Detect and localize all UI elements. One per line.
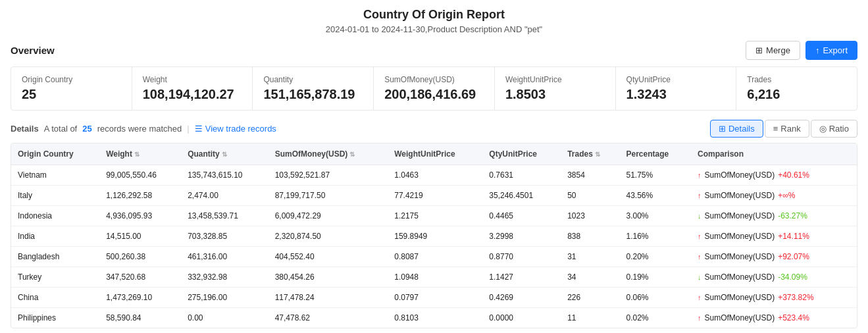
- cell-weight_unit_price: 0.0797: [388, 288, 482, 308]
- col-percentage: Percentage: [619, 143, 691, 165]
- col-quantity[interactable]: Quantity⇅: [181, 143, 268, 165]
- cell-qty_unit_price: 3.2998: [482, 226, 561, 247]
- cell-qty_unit_price: 0.4465: [482, 206, 561, 226]
- col-trades[interactable]: Trades⇅: [561, 143, 619, 165]
- rank-tab-label: Rank: [780, 124, 800, 134]
- cell-sum_of_money: 117,478.24: [268, 288, 388, 308]
- comparison-change: -63.27%: [778, 211, 807, 220]
- cell-qty_unit_price: 0.4269: [482, 288, 561, 308]
- report-header: Country Of Origin Report 2024-01-01 to 2…: [11, 8, 857, 34]
- cell-percentage: 0.02%: [619, 308, 691, 328]
- cell-quantity: 135,743,615.10: [181, 165, 268, 186]
- report-subtitle: 2024-01-01 to 2024-11-30,Product Descrip…: [11, 24, 857, 34]
- cell-trades: 838: [561, 226, 619, 247]
- cell-origin_country: Indonesia: [11, 206, 99, 226]
- cell-sum_of_money: 2,320,874.50: [268, 226, 388, 247]
- stat-value: 151,165,878.19: [263, 87, 363, 102]
- tab-details[interactable]: ⊞Details: [710, 120, 763, 138]
- cell-weight_unit_price: 0.8087: [388, 247, 482, 267]
- stat-label: Weight: [143, 75, 242, 84]
- cell-weight: 1,473,269.10: [99, 288, 181, 308]
- tab-ratio[interactable]: ◎Ratio: [811, 120, 857, 138]
- trend-up-icon: ↑: [698, 314, 702, 322]
- record-count: 25: [82, 124, 91, 134]
- comparison-change: -34.09%: [778, 272, 807, 282]
- cell-quantity: 332,932.98: [181, 267, 268, 288]
- comparison-label: SumOfMoney(USD): [705, 232, 775, 241]
- data-table-container: Origin CountryWeight⇅Quantity⇅SumOfMoney…: [11, 143, 857, 328]
- sort-icon: ⇅: [222, 151, 227, 158]
- stats-row: Origin Country 25 Weight 108,194,120.27 …: [11, 66, 857, 111]
- col-weight[interactable]: Weight⇅: [99, 143, 181, 165]
- cell-percentage: 0.20%: [619, 247, 691, 267]
- table-row: Philippines58,590.840.0047,478.620.81030…: [11, 308, 857, 328]
- stat-card-trades: Trades 6,216: [736, 67, 857, 110]
- cell-trades: 3854: [561, 165, 619, 186]
- trend-down-icon: ↓: [698, 273, 702, 281]
- cell-qty_unit_price: 0.7631: [482, 165, 561, 186]
- ratio-tab-label: Ratio: [829, 124, 849, 134]
- cell-sum_of_money: 6,009,472.29: [268, 206, 388, 226]
- sort-icon: ⇅: [595, 151, 600, 158]
- cell-qty_unit_price: 0.0000: [482, 308, 561, 328]
- view-trade-records-link[interactable]: ☰ View trade records: [195, 124, 276, 134]
- table-header-row: Origin CountryWeight⇅Quantity⇅SumOfMoney…: [11, 143, 857, 165]
- cell-quantity: 703,328.85: [181, 226, 268, 247]
- comparison-label: SumOfMoney(USD): [705, 313, 775, 322]
- cell-comparison: ↑SumOfMoney(USD) +523.4%: [691, 308, 857, 328]
- cell-weight_unit_price: 159.8949: [388, 226, 482, 247]
- merge-button[interactable]: ⊞ Merge: [746, 41, 800, 60]
- stat-value: 1.8503: [505, 87, 605, 102]
- ratio-tab-icon: ◎: [819, 124, 827, 134]
- comparison-label: SumOfMoney(USD): [705, 211, 775, 220]
- comparison-change: +∞%: [778, 191, 795, 200]
- cell-comparison: ↑SumOfMoney(USD) +92.07%: [691, 247, 857, 267]
- col-origin_country: Origin Country: [11, 143, 99, 165]
- export-icon: ↑: [815, 45, 820, 55]
- details-label: Details: [11, 124, 39, 134]
- stat-label: WeightUnitPrice: [505, 75, 605, 84]
- comparison-change: +40.61%: [778, 170, 809, 180]
- cell-percentage: 43.56%: [619, 186, 691, 206]
- cell-sum_of_money: 87,199,717.50: [268, 186, 388, 206]
- cell-qty_unit_price: 1.1427: [482, 267, 561, 288]
- stat-value: 6,216: [747, 87, 846, 102]
- stat-card-quantity: Quantity 151,165,878.19: [253, 67, 374, 110]
- cell-percentage: 0.06%: [619, 288, 691, 308]
- col-sum_of_money[interactable]: SumOfMoney(USD)⇅: [268, 143, 388, 165]
- comparison-label: SumOfMoney(USD): [705, 293, 775, 302]
- stat-card-qtyunitprice: QtyUnitPrice 1.3243: [616, 67, 737, 110]
- export-button[interactable]: ↑ Export: [805, 41, 857, 60]
- stat-label: SumOfMoney(USD): [384, 75, 484, 84]
- cell-trades: 11: [561, 308, 619, 328]
- comparison-label: SumOfMoney(USD): [705, 170, 775, 180]
- matched-text: records were matched: [97, 124, 182, 134]
- cell-trades: 226: [561, 288, 619, 308]
- trend-up-icon: ↑: [698, 294, 702, 301]
- comparison-change: +373.82%: [778, 293, 813, 302]
- cell-comparison: ↑SumOfMoney(USD) +40.61%: [691, 165, 857, 186]
- comparison-change: +92.07%: [778, 252, 809, 261]
- trend-up-icon: ↑: [698, 232, 702, 240]
- col-weight_unit_price: WeightUnitPrice: [388, 143, 482, 165]
- cell-origin_country: Philippines: [11, 308, 99, 328]
- cell-sum_of_money: 404,552.40: [268, 247, 388, 267]
- table-row: India14,515.00703,328.852,320,874.50159.…: [11, 226, 857, 247]
- cell-quantity: 275,196.00: [181, 288, 268, 308]
- cell-origin_country: Vietnam: [11, 165, 99, 186]
- tab-rank[interactable]: ≡Rank: [765, 120, 809, 138]
- cell-percentage: 51.75%: [619, 165, 691, 186]
- merge-icon: ⊞: [755, 45, 763, 55]
- cell-quantity: 0.00: [181, 308, 268, 328]
- trend-up-icon: ↑: [698, 192, 702, 199]
- overview-bar: Overview ⊞ Merge ↑ Export: [11, 41, 857, 60]
- details-tab-label: Details: [728, 124, 755, 134]
- cell-quantity: 461,316.00: [181, 247, 268, 267]
- cell-weight: 1,126,292.58: [99, 186, 181, 206]
- cell-origin_country: China: [11, 288, 99, 308]
- stat-value: 200,186,416.69: [384, 87, 484, 102]
- stat-label: Trades: [747, 75, 846, 84]
- stat-card-weight: Weight 108,194,120.27: [132, 67, 253, 110]
- cell-weight: 99,005,550.46: [99, 165, 181, 186]
- cell-weight: 347,520.68: [99, 267, 181, 288]
